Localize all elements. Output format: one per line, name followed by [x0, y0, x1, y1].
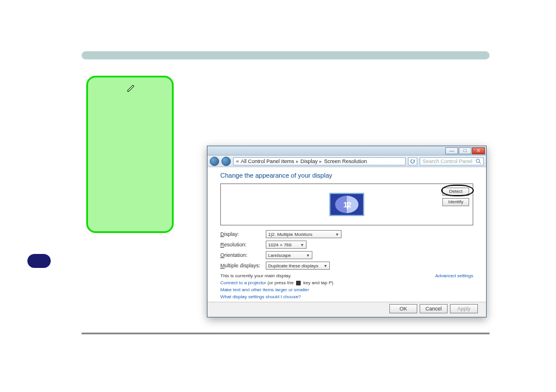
dialog-actions: OK Cancel Apply: [389, 304, 478, 313]
projector-hint: (or press the key and tap P): [268, 280, 333, 285]
note-panel: [86, 76, 174, 233]
advanced-settings-link[interactable]: Advanced settings: [435, 273, 473, 278]
chevron-down-icon: ▼: [300, 243, 304, 247]
identify-button[interactable]: Identify: [442, 198, 469, 206]
resolution-value: 1024 × 768: [268, 242, 291, 248]
search-input[interactable]: Search Control Panel: [420, 157, 484, 165]
display-label: DDisplay:isplay:: [220, 231, 266, 237]
multiple-displays-select[interactable]: Duplicate these displays ▼: [266, 262, 330, 270]
chevron-down-icon: ▼: [335, 232, 339, 236]
text-size-link[interactable]: Make text and other items larger or smal…: [220, 287, 473, 292]
main-display-note: This is currently your main display. Adv…: [220, 273, 473, 278]
search-icon: [476, 158, 481, 165]
forward-button[interactable]: [221, 157, 231, 166]
refresh-icon: [410, 159, 415, 164]
display-thumbnail[interactable]: 1|2: [329, 193, 364, 216]
display-preview: 1|2 Detect Identify: [220, 183, 473, 225]
display-help-link[interactable]: What display settings should I choose?: [220, 294, 473, 299]
address-bar: « All Control Panel Items ▸ Display ▸ Sc…: [207, 156, 486, 167]
apply-button[interactable]: Apply: [450, 304, 478, 313]
orientation-label: Orientation:: [220, 252, 266, 258]
orientation-value: Landscape: [268, 253, 291, 258]
orientation-select[interactable]: Landscape ▼: [266, 251, 312, 259]
settings-grid: DDisplay:isplay: 1|2. Multiple Monitors …: [220, 230, 473, 270]
multiple-displays-value: Duplicate these displays: [268, 263, 318, 269]
back-button[interactable]: [210, 157, 219, 166]
step-badge: [27, 254, 51, 268]
chevron-down-icon: ▼: [306, 253, 310, 257]
svg-line-1: [479, 162, 481, 164]
resolution-label: Resolution:: [220, 242, 266, 248]
breadcrumb-item[interactable]: Screen Resolution: [324, 158, 367, 164]
breadcrumb-item[interactable]: All Control Panel Items: [241, 158, 294, 164]
window-body: Change the appearance of your display 1|…: [207, 167, 486, 299]
chevron-right-icon: ▸: [296, 158, 299, 164]
cancel-button[interactable]: Cancel: [420, 304, 448, 313]
search-placeholder: Search Control Panel: [423, 158, 473, 164]
maximize-button[interactable]: □: [459, 147, 471, 154]
display-number-badge: 1|2: [335, 196, 358, 213]
multiple-displays-label: Multiple displays:: [220, 263, 266, 269]
ok-button[interactable]: OK: [389, 304, 417, 313]
close-button[interactable]: X: [472, 147, 485, 154]
detect-button[interactable]: Detect: [442, 188, 469, 196]
section-header-bar: [82, 51, 490, 59]
svg-point-0: [476, 159, 480, 163]
pencil-icon: [126, 83, 136, 95]
chevron-right-icon: ▸: [319, 158, 322, 164]
breadcrumb-root-icon: «: [236, 158, 239, 164]
minimize-button[interactable]: —: [445, 147, 458, 154]
resolution-select[interactable]: 1024 × 768 ▼: [266, 241, 307, 249]
refresh-button[interactable]: [408, 157, 417, 165]
chevron-down-icon: ▼: [323, 264, 328, 268]
display-value: 1|2. Multiple Monitors: [268, 232, 312, 237]
page-title: Change the appearance of your display: [220, 172, 473, 179]
screen-resolution-window: — □ X « All Control Panel Items ▸ Displa…: [207, 146, 487, 317]
horizontal-divider: [82, 333, 490, 334]
connect-projector-link[interactable]: Connect to a projector (or press the key…: [220, 280, 473, 285]
breadcrumb[interactable]: « All Control Panel Items ▸ Display ▸ Sc…: [233, 157, 406, 165]
breadcrumb-item[interactable]: Display: [301, 158, 318, 164]
window-titlebar: — □ X: [207, 146, 486, 156]
windows-key-icon: [296, 281, 301, 285]
display-select[interactable]: 1|2. Multiple Monitors ▼: [266, 230, 342, 238]
